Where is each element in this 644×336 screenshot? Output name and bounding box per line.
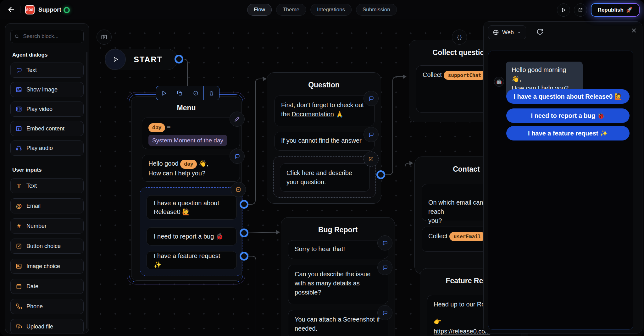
- start-play-icon[interactable]: [105, 49, 126, 70]
- film-icon: [16, 106, 22, 112]
- preview-choice-2[interactable]: I need to report a bug 🐞: [506, 108, 630, 123]
- bubble-type-badge: [230, 149, 245, 164]
- edit-block-button[interactable]: [230, 112, 245, 127]
- sidebar-item-upload-file[interactable]: Upload file: [10, 319, 84, 333]
- collected-variable-pill: userEmail: [449, 232, 486, 241]
- close-icon: [631, 27, 637, 34]
- refresh-icon: [536, 28, 543, 35]
- variable-value-pill: System.Moment of the day: [148, 135, 227, 146]
- bug-bubble-3[interactable]: You can attach a Screenshot if needed.: [288, 310, 388, 336]
- button-choice-group[interactable]: I have a question about Release0 🙋 I nee…: [140, 187, 242, 276]
- input-type-badge: [364, 151, 379, 167]
- bubble-type-badge: [364, 127, 379, 142]
- bot-avatar: 🤖: [494, 77, 504, 87]
- bug-bubble-2[interactable]: Can you describe the issue with as many …: [288, 265, 388, 304]
- chat-preview: 🤖 Hello good morning 👋, How can I help y…: [488, 51, 633, 330]
- duplicate-node-button[interactable]: [172, 86, 188, 100]
- tab-flow[interactable]: Flow: [247, 4, 272, 16]
- sidebar-item-text-input[interactable]: T Text: [10, 178, 84, 193]
- bubble-type-badge: [377, 235, 392, 251]
- connector-dot-choice3[interactable]: [240, 252, 248, 261]
- question-node[interactable]: Question First, don't forget to check ou…: [267, 72, 381, 204]
- search-input[interactable]: [22, 33, 80, 40]
- globe-icon: [493, 29, 499, 36]
- sidebar-scrollbar[interactable]: [86, 52, 87, 329]
- block-library-sidebar: Agent dialogs Text Show image Play video…: [5, 23, 89, 333]
- tab-integrations[interactable]: Integrations: [310, 4, 352, 16]
- chat-bubble-icon: [368, 132, 374, 137]
- sidebar-item-play-video[interactable]: Play video: [10, 102, 84, 117]
- variables-button[interactable]: {}: [452, 30, 467, 45]
- text-input-placeholder-block[interactable]: Click here and describe your question.: [280, 163, 370, 192]
- connector-dot-choice1[interactable]: [240, 200, 248, 209]
- collapse-sidebar-button[interactable]: [97, 30, 112, 45]
- menu-choice-3[interactable]: I have a feature request ✨: [147, 251, 237, 269]
- checkbox-icon: [368, 156, 374, 162]
- back-button[interactable]: [7, 5, 16, 15]
- preview-choice-3[interactable]: I have a feature request ✨: [506, 126, 630, 140]
- menu-choice-1[interactable]: I have a question about Release0 🙋: [147, 195, 237, 220]
- bubble-type-badge: [364, 91, 379, 106]
- text-icon: T: [16, 183, 22, 189]
- delete-node-button[interactable]: [204, 86, 219, 100]
- bug-report-node[interactable]: Bug Report Sorry to hear that! Can you d…: [281, 217, 395, 336]
- phone-icon: [16, 303, 22, 310]
- checkbox-icon: [16, 243, 22, 249]
- sidebar-item-embed-content[interactable]: Embed content: [10, 121, 84, 136]
- node-info-button[interactable]: [188, 86, 204, 100]
- sidebar-item-phone-input[interactable]: Phone: [10, 299, 84, 314]
- test-node-button[interactable]: [156, 86, 172, 100]
- play-icon: [161, 91, 167, 96]
- chevron-down-icon: [517, 30, 521, 35]
- menu-node[interactable]: Menu day = System.Moment of the day Hell…: [131, 96, 242, 281]
- bubble-type-badge: [377, 260, 392, 275]
- menu-choice-2[interactable]: I need to report a bug 🐞: [147, 227, 237, 245]
- image-icon: [16, 86, 22, 93]
- arrow-left-icon: [7, 5, 16, 14]
- chat-bubble-icon: [16, 67, 22, 73]
- layout-icon: [16, 125, 22, 132]
- node-toolbar: [156, 86, 219, 100]
- connector-dot-start[interactable]: [175, 55, 183, 63]
- set-variable-block[interactable]: day = System.Moment of the day: [142, 118, 240, 149]
- sidebar-item-image-choice[interactable]: Image choice: [10, 259, 84, 274]
- sidebar-item-text-bubble[interactable]: Text: [10, 63, 84, 78]
- connector-dot-choice2[interactable]: [240, 229, 248, 237]
- close-preview-button[interactable]: [631, 27, 637, 34]
- sidebar-item-email-input[interactable]: @ Email: [10, 198, 84, 213]
- bug-report-node-title: Bug Report: [281, 226, 395, 234]
- search-box[interactable]: [10, 30, 84, 43]
- copy-icon: [177, 91, 182, 96]
- tab-theme[interactable]: Theme: [276, 4, 306, 16]
- menu-node-title: Menu: [131, 104, 241, 112]
- hash-icon: #: [16, 223, 22, 229]
- upload-cloud-icon: [16, 323, 22, 330]
- chat-bubble-icon: [234, 153, 240, 159]
- restart-preview-button[interactable]: [536, 28, 543, 35]
- bot-title[interactable]: Support: [38, 6, 61, 13]
- preview-choice-1[interactable]: I have a question about Release0 🙋: [506, 89, 630, 104]
- question-bubble-2[interactable]: If you cannot find the answer: [275, 132, 375, 151]
- panel-collapse-icon: [101, 34, 107, 40]
- platform-select[interactable]: Web: [488, 25, 526, 39]
- connector-dot-question-output[interactable]: [376, 170, 385, 179]
- documentation-link[interactable]: Documentation: [291, 111, 334, 118]
- tab-submission[interactable]: Submission: [356, 4, 397, 16]
- sidebar-item-show-image[interactable]: Show image: [10, 82, 84, 97]
- sidebar-item-date-input[interactable]: Date: [10, 279, 84, 294]
- preview-play-button[interactable]: [557, 3, 570, 17]
- text-input-group[interactable]: Click here and describe your question.: [273, 156, 376, 198]
- sidebar-item-play-audio[interactable]: Play audio: [10, 140, 84, 156]
- greeting-line2: How can I help you?: [148, 170, 205, 177]
- sidebar-item-number-input[interactable]: # Number: [10, 218, 84, 234]
- bug-bubble-1[interactable]: Sorry to hear that!: [288, 240, 388, 259]
- text-bubble-block[interactable]: Hello good day 👋, How can I help you?: [142, 155, 240, 182]
- start-node[interactable]: START: [105, 49, 178, 70]
- share-button[interactable]: [574, 3, 587, 17]
- chat-bubble-icon: [382, 310, 388, 316]
- app-window: {} START Menu day = System.Moment of the…: [0, 0, 644, 336]
- republish-button[interactable]: Republish 🚀: [591, 3, 640, 17]
- question-bubble-1[interactable]: First, don't forget to check out the Doc…: [275, 96, 375, 126]
- bot-logo: SOS: [25, 5, 35, 14]
- sidebar-item-button-choice[interactable]: Button choice: [10, 239, 84, 254]
